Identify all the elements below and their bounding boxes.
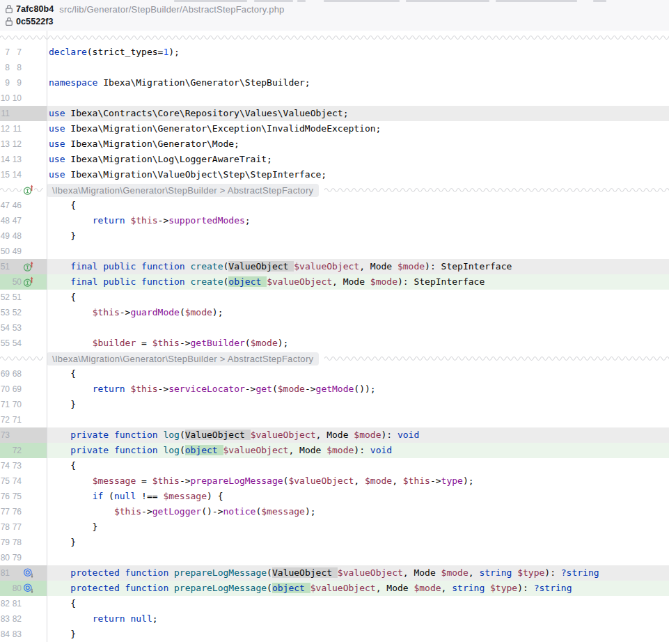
- code-line[interactable]: namespace Ibexa\Migration\Generator\Step…: [47, 75, 669, 91]
- code-line[interactable]: use Ibexa\Migration\ValueObject\Step\Ste…: [47, 167, 669, 182]
- line-number-old: 74: [0, 458, 10, 473]
- code-line[interactable]: private function log(object $valueObject…: [47, 443, 669, 458]
- code-line[interactable]: return $this->serviceLocator->get($mode-…: [47, 382, 669, 397]
- implements-icon[interactable]: [23, 184, 34, 196]
- line-number-new: 14: [10, 167, 22, 182]
- line-number-old: 71: [0, 397, 10, 412]
- line-number-new: 11: [10, 121, 22, 136]
- code-line[interactable]: if (null !== $message) {: [47, 489, 669, 504]
- code-line[interactable]: {: [47, 290, 669, 305]
- code-line[interactable]: $builder = $this->getBuilder($mode);: [47, 336, 669, 351]
- code-line[interactable]: use Ibexa\Migration\Generator\Mode;: [47, 136, 669, 152]
- commit-hash-new[interactable]: 0c5522f3: [16, 17, 54, 26]
- diff-row: 11use Ibexa\Contracts\Core\Repository\Va…: [0, 106, 669, 121]
- code-line[interactable]: }: [47, 397, 669, 412]
- wave-separator: [0, 34, 669, 41]
- code-line[interactable]: return null;: [47, 611, 669, 627]
- code-line[interactable]: [47, 244, 669, 259]
- wave-separator: [324, 355, 669, 362]
- gutter: 7271: [0, 412, 47, 427]
- code-line[interactable]: declare(strict_types=1);: [47, 45, 669, 60]
- code-line[interactable]: return $this->supportedModes;: [47, 213, 669, 228]
- toolbar-fragment: [174, 0, 247, 2]
- overridden-icon[interactable]: [23, 583, 34, 594]
- diff-row: 1211use Ibexa\Migration\Generator\Except…: [0, 121, 669, 136]
- implements-icon[interactable]: [23, 276, 34, 288]
- breadcrumb-pill[interactable]: \Ibexa\Migration\Generator\StepBuilder >…: [47, 352, 319, 366]
- overridden-icon[interactable]: [23, 567, 34, 579]
- code-line[interactable]: }: [47, 228, 669, 244]
- gutter: 5554: [0, 336, 47, 351]
- diff-row: 80 protected function prepareLogMessage(…: [0, 581, 669, 596]
- code-line[interactable]: [47, 320, 669, 336]
- line-number-old: 83: [0, 611, 10, 627]
- code-line[interactable]: }: [47, 519, 669, 535]
- gutter: 5352: [0, 305, 47, 320]
- line-number-new: 52: [10, 305, 22, 320]
- line-number-new: 81: [10, 596, 22, 611]
- gutter: 8079: [0, 550, 47, 565]
- code-line[interactable]: final public function create(ValueObject…: [47, 259, 669, 274]
- line-number-old: 77: [0, 504, 10, 519]
- code-line[interactable]: {: [47, 596, 669, 611]
- code-line[interactable]: }: [47, 535, 669, 550]
- breadcrumb-pill[interactable]: \Ibexa\Migration\Generator\StepBuilder >…: [47, 184, 319, 197]
- line-number-new: 80: [10, 581, 22, 596]
- diff-row: 77declare(strict_types=1);: [0, 45, 669, 60]
- line-number-old: 81: [0, 565, 10, 581]
- diff-row: 1010: [0, 91, 669, 106]
- diff-row: 8281 {: [0, 596, 669, 611]
- code-line[interactable]: {: [47, 458, 669, 473]
- gutter: 8483: [0, 627, 47, 642]
- code-line[interactable]: $message = $this->prepareLogMessage($val…: [47, 473, 669, 489]
- diff-row: 5554 $builder = $this->getBuilder($mode)…: [0, 336, 669, 351]
- code-line[interactable]: $this->guardMode($mode);: [47, 305, 669, 320]
- diff-row: 8079: [0, 550, 669, 565]
- code-line[interactable]: }: [47, 627, 669, 642]
- wave-separator: [0, 355, 43, 362]
- line-number-old: 10: [0, 91, 10, 106]
- file-path: src/lib/Generator/StepBuilder/AbstractSt…: [59, 4, 284, 15]
- code-line[interactable]: [47, 91, 669, 106]
- commit-hash-old[interactable]: 7afc80b4: [16, 4, 54, 14]
- diff-row: 8483 }: [0, 627, 669, 642]
- code-line[interactable]: {: [47, 198, 669, 213]
- diff-row: 4847 return $this->supportedModes;: [0, 213, 669, 228]
- code-line[interactable]: use Ibexa\Contracts\Core\Repository\Valu…: [47, 106, 669, 121]
- line-number-new: 68: [10, 366, 22, 382]
- gutter: 7978: [0, 535, 47, 550]
- line-number-new: 12: [10, 136, 22, 152]
- line-number-new: 69: [10, 382, 22, 397]
- gutter: 5453: [0, 320, 47, 336]
- diff-row: 7877 }: [0, 519, 669, 535]
- code-line[interactable]: [47, 550, 669, 565]
- line-number-old: 9: [0, 75, 10, 91]
- wave-separator: [34, 187, 43, 194]
- code-line[interactable]: use Ibexa\Migration\Generator\Exception\…: [47, 121, 669, 136]
- collapsed-region-separator[interactable]: \Ibexa\Migration\Generator\StepBuilder >…: [0, 351, 669, 366]
- code-line[interactable]: final public function create(object $val…: [47, 274, 669, 290]
- line-number-old: 75: [0, 473, 10, 489]
- line-number-new: 48: [10, 228, 22, 244]
- code-line[interactable]: [47, 412, 669, 427]
- code-line[interactable]: use Ibexa\Migration\Log\LoggerAwareTrait…: [47, 152, 669, 167]
- diff-row: 5049: [0, 244, 669, 259]
- implements-icon[interactable]: [23, 261, 34, 272]
- line-number-new: 83: [10, 627, 22, 642]
- line-number-new: 49: [10, 244, 22, 259]
- code-line[interactable]: [47, 60, 669, 75]
- line-number-old: 72: [0, 412, 10, 427]
- code-line[interactable]: {: [47, 366, 669, 382]
- collapsed-region-separator[interactable]: \Ibexa\Migration\Generator\StepBuilder >…: [0, 182, 669, 198]
- code-line[interactable]: protected function prepareLogMessage(obj…: [47, 581, 669, 596]
- line-number-old: 52: [0, 290, 10, 305]
- line-number-new: 75: [10, 489, 22, 504]
- code-line[interactable]: protected function prepareLogMessage(Val…: [47, 565, 669, 581]
- code-line[interactable]: private function log(ValueObject $valueO…: [47, 427, 669, 443]
- code-line[interactable]: $this->getLogger()->notice($message);: [47, 504, 669, 519]
- line-number-old: 47: [0, 198, 10, 213]
- diff-header: 7afc80b4 src/lib/Generator/StepBuilder/A…: [0, 0, 669, 31]
- diff-row: 5251 {: [0, 290, 669, 305]
- gutter: 73: [0, 427, 47, 443]
- diff-row: 7978 }: [0, 535, 669, 550]
